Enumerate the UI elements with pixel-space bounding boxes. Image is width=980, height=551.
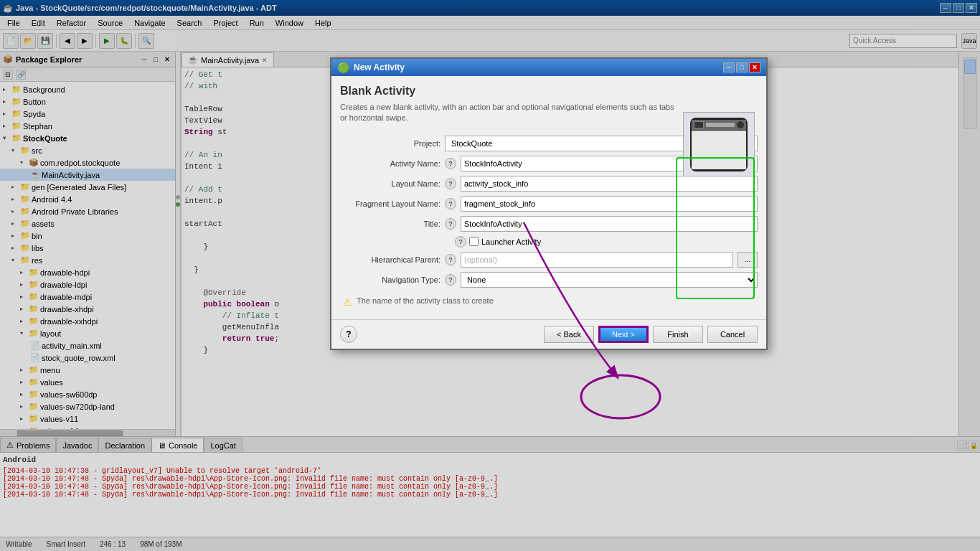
input-fragment-layout[interactable] — [461, 196, 758, 212]
form-row-nav-type: Navigation Type: ? None — [340, 272, 758, 288]
svg-point-0 — [581, 375, 660, 418]
dialog-cancel-button[interactable]: Cancel — [707, 326, 758, 343]
form-row-launcher: ? Launcher Activity — [455, 236, 758, 248]
info-fragment-layout[interactable]: ? — [445, 198, 456, 209]
dialog-next-button[interactable]: Next > — [598, 326, 649, 343]
dialog-minimize[interactable]: ─ — [723, 62, 735, 72]
dialog-back-button[interactable]: < Back — [544, 326, 594, 343]
info-launcher[interactable]: ? — [455, 236, 466, 248]
dialog-maximize[interactable]: □ — [736, 62, 748, 72]
label-launcher: Launcher Activity — [481, 237, 541, 246]
dialog-close[interactable]: ✕ — [749, 62, 760, 72]
checkbox-launcher[interactable] — [469, 237, 479, 246]
form-row-hierarchical-parent: Hierarchical Parent: ? ... — [340, 252, 758, 268]
info-title[interactable]: ? — [445, 218, 456, 230]
select-nav-type[interactable]: None — [461, 272, 758, 288]
label-layout-name: Layout Name: — [340, 179, 440, 188]
dialog-finish-button[interactable]: Finish — [653, 326, 703, 343]
form-row-layout-name: Layout Name: ? — [340, 176, 758, 192]
warning-icon: ⚠ — [343, 296, 352, 308]
label-title: Title: — [340, 220, 440, 228]
input-hierarchical-parent[interactable] — [461, 252, 733, 268]
dialog-title-icon: 🟢 — [337, 62, 349, 73]
info-activity-name[interactable]: ? — [445, 158, 456, 169]
dialog-title-bar: 🟢 New Activity ─ □ ✕ — [331, 59, 766, 76]
label-activity-name: Activity Name: — [340, 159, 440, 168]
label-project: Project: — [340, 139, 440, 148]
android-preview-area — [683, 112, 755, 176]
label-nav-type: Navigation Type: — [340, 276, 440, 284]
info-hierarchical-parent[interactable]: ? — [445, 254, 456, 265]
info-message-text: The name of the activity class to create — [357, 296, 494, 305]
dialog-overlay: 🟢 New Activity ─ □ ✕ — [0, 0, 980, 551]
label-hierarchical-parent: Hierarchical Parent: — [340, 255, 440, 264]
new-activity-dialog: 🟢 New Activity ─ □ ✕ — [330, 57, 768, 350]
form-row-fragment-layout: Fragment Layout Name: ? — [340, 196, 758, 212]
dialog-body: Blank Activity Creates a new blank activ… — [331, 76, 766, 319]
dialog-title: New Activity — [354, 62, 405, 72]
info-layout-name[interactable]: ? — [445, 178, 456, 189]
dialog-footer: ? < Back Next > Finish Cancel — [331, 319, 766, 349]
info-message-area: ⚠ The name of the activity class to crea… — [340, 293, 758, 311]
input-layout-name[interactable] — [461, 176, 758, 192]
dialog-help-button[interactable]: ? — [340, 326, 357, 343]
form-row-title: Title: ? — [340, 216, 758, 232]
input-title[interactable] — [461, 216, 758, 232]
dialog-title-controls: ─ □ ✕ — [723, 62, 760, 72]
dialog-description: Creates a new blank activity, with an ac… — [340, 102, 679, 124]
browse-hierarchical-parent[interactable]: ... — [738, 252, 758, 268]
info-nav-type[interactable]: ? — [445, 274, 456, 286]
dialog-section-title: Blank Activity — [340, 85, 679, 98]
label-fragment-layout: Fragment Layout Name: — [340, 199, 440, 208]
